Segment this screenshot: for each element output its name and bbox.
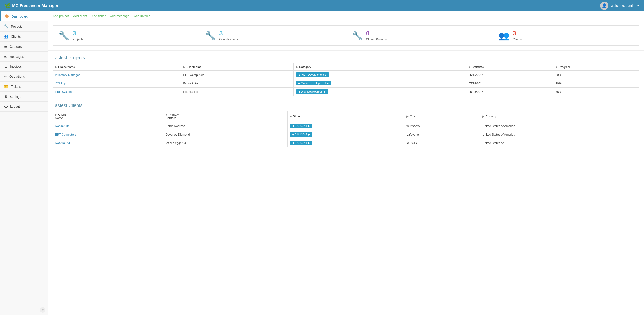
sidebar-item-settings[interactable]: ⚙ Settings — [0, 92, 48, 102]
client-name-cell: Rozella Ltd — [53, 139, 163, 147]
city-cell: louisville — [404, 139, 480, 147]
add-ticket-link[interactable]: Add ticket — [92, 14, 106, 18]
col-startdate: ▶Startdate — [466, 63, 553, 71]
leaf-icon: 🌿 — [4, 3, 10, 9]
sidebar-item-label: Invoices — [10, 65, 22, 68]
sidebar-collapse-button[interactable]: « — [40, 307, 46, 313]
main-content: Add project Add client Add ticket Add me… — [48, 12, 644, 315]
messages-icon: ✉ — [4, 54, 7, 59]
city-cell: Lafayette — [404, 130, 480, 139]
category-badge: ◀Mobile Development▶ — [296, 81, 331, 86]
clients-table: ▶ClientName ▶PrimaryContact ▶Phone ▶City… — [52, 111, 640, 147]
table-row: ERT Computers Devaney Diamond ◀12233444▶… — [53, 130, 640, 139]
add-client-link[interactable]: Add client — [73, 14, 87, 18]
main-layout: 🎨 Dashboard 🔧 Projects 👥 Clients ☰ Categ… — [0, 12, 644, 315]
phone-badge: ◀12233444▶ — [290, 124, 312, 128]
brand-name: MC Freelancer Manager — [12, 4, 58, 8]
table-row: Rozella Ltd rozella eggerud ◀12233444▶ l… — [53, 139, 640, 147]
sidebar-item-logout[interactable]: ⏻ Logout — [0, 102, 48, 112]
add-message-link[interactable]: Add message — [110, 14, 130, 18]
closed-projects-count: 0 — [366, 30, 387, 37]
table-row: iOS App Robin Auto ◀Mobile Development▶ … — [53, 79, 640, 88]
category-badge: ◀Web Development▶ — [296, 89, 328, 94]
projects-label: Projects — [72, 38, 83, 41]
wrench-icon: 🔧 — [4, 24, 9, 29]
latest-projects-title: Lastest Projects — [52, 55, 640, 60]
contact-cell: Robin Nattrass — [163, 122, 287, 130]
clients-stat-icon: 👥 — [498, 31, 509, 41]
sidebar-item-label: Quotations — [9, 75, 25, 78]
sidebar-item-invoices[interactable]: 🖩 Invoices — [0, 62, 48, 72]
col-primary-contact: ▶PrimaryContact — [163, 111, 287, 122]
col-country: ▶Country — [480, 111, 640, 122]
client-link[interactable]: ERT Computers — [55, 133, 76, 136]
open-projects-count: 3 — [219, 30, 238, 37]
startdate-cell: 05/15/2014 — [466, 71, 553, 79]
settings-icon: ⚙ — [4, 94, 7, 99]
table-row: ERP System Rozella Ltd ◀Web Development▶… — [53, 88, 640, 96]
closed-projects-label: Closed Projects — [366, 38, 387, 41]
clients-count: 3 — [513, 30, 522, 37]
open-wrench-icon: 🔧 — [205, 31, 216, 41]
category-cell: ◀.NET Development▶ — [294, 71, 466, 79]
action-bar: Add project Add client Add ticket Add me… — [48, 12, 644, 21]
client-name-cell: Robin Auto — [181, 79, 294, 88]
phone-cell: ◀12233444▶ — [287, 122, 404, 130]
clients-table-header: ▶ClientName ▶PrimaryContact ▶Phone ▶City… — [53, 111, 640, 122]
category-icon: ☰ — [4, 44, 7, 49]
clients-icon: 👥 — [4, 34, 9, 39]
project-link[interactable]: iOS App — [55, 82, 66, 85]
brand: 🌿 MC Freelancer Manager — [4, 3, 58, 9]
sidebar-item-label: Tickets — [11, 85, 21, 89]
phone-badge: ◀12233444▶ — [290, 141, 312, 145]
phone-badge: ◀12233444▶ — [290, 132, 312, 137]
sidebar-item-label: Dashboard — [12, 15, 28, 18]
add-project-link[interactable]: Add project — [52, 14, 69, 18]
contact-cell: rozella eggerud — [163, 139, 287, 147]
sidebar-item-quotations[interactable]: ✏ Quotations — [0, 72, 48, 82]
sidebar-item-category[interactable]: ☰ Category — [0, 42, 48, 52]
sidebar-item-tickets[interactable]: 🎫 Tickets — [0, 82, 48, 92]
client-link[interactable]: Robin Auto — [55, 124, 70, 128]
country-cell: United States of — [480, 139, 640, 147]
open-projects-label: Open Projects — [219, 38, 238, 41]
table-row: Inventory Manager ERT Computers ◀.NET De… — [53, 71, 640, 79]
col-city: ▶City — [404, 111, 480, 122]
category-badge: ◀.NET Development▶ — [296, 73, 329, 77]
col-phone: ▶Phone — [287, 111, 404, 122]
sidebar-item-dashboard[interactable]: 🎨 Dashboard — [0, 12, 48, 22]
sidebar: 🎨 Dashboard 🔧 Projects 👥 Clients ☰ Categ… — [0, 12, 48, 315]
table-row: Robin Auto Robin Nattrass ◀12233444▶ wur… — [53, 122, 640, 130]
client-name-cell: Robin Auto — [53, 122, 163, 130]
user-menu[interactable]: 👤 Welcome, admin ▼ — [600, 2, 640, 10]
sidebar-item-label: Clients — [11, 35, 21, 38]
latest-clients-title: Lastest Clients — [52, 103, 640, 108]
sidebar-item-label: Messages — [9, 55, 24, 59]
progress-cell: 75% — [553, 88, 640, 96]
add-invoice-link[interactable]: Add invoice — [134, 14, 150, 18]
sidebar-item-projects[interactable]: 🔧 Projects — [0, 22, 48, 32]
client-link[interactable]: Rozella Ltd — [55, 141, 70, 145]
sidebar-item-clients[interactable]: 👥 Clients — [0, 32, 48, 42]
logout-icon: ⏻ — [4, 105, 8, 109]
country-cell: United States of America — [480, 122, 640, 130]
wrench-icon: 🔧 — [58, 31, 69, 41]
phone-cell: ◀12233444▶ — [287, 130, 404, 139]
chevron-down-icon[interactable]: ▼ — [637, 4, 640, 7]
clients-label: Clients — [513, 38, 522, 41]
sidebar-item-label: Projects — [11, 25, 22, 28]
startdate-cell: 05/23/2014 — [466, 88, 553, 96]
stat-card-closed-projects: 🔧 0 Closed Projects — [346, 25, 492, 46]
project-link[interactable]: Inventory Manager — [55, 73, 80, 77]
col-progress: ▶Progress — [553, 63, 640, 71]
tickets-icon: 🎫 — [4, 84, 9, 89]
project-name-cell: iOS App — [53, 79, 181, 88]
phone-cell: ◀12233444▶ — [287, 139, 404, 147]
project-name-cell: ERP System — [53, 88, 181, 96]
sidebar-item-messages[interactable]: ✉ Messages — [0, 52, 48, 62]
col-clientname: ▶Clientname — [181, 63, 294, 71]
project-link[interactable]: ERP System — [55, 90, 72, 94]
projects-table: ▶Projectname ▶Clientname ▶Category ▶Star… — [52, 63, 640, 96]
startdate-cell: 05/24/2014 — [466, 79, 553, 88]
stat-card-open-projects: 🔧 3 Open Projects — [199, 25, 346, 46]
